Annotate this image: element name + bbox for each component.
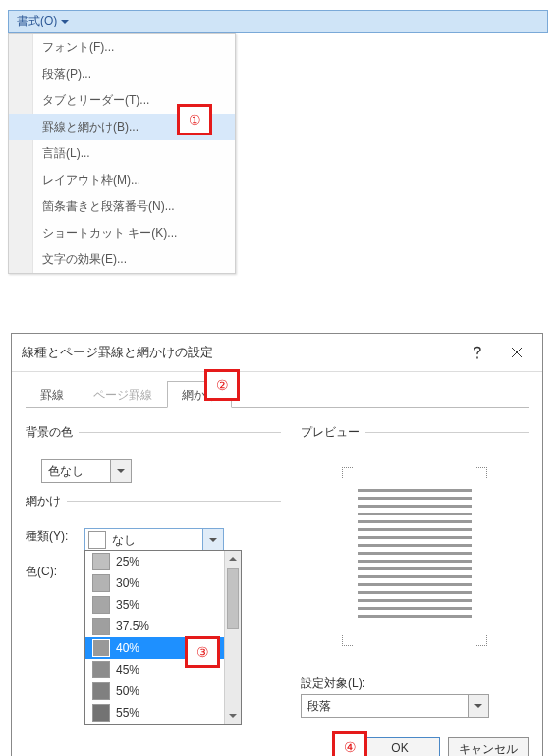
apply-to-label: 設定対象(L): <box>301 675 529 692</box>
format-menu-button[interactable]: 書式(O) <box>8 10 548 33</box>
chevron-down-icon <box>61 18 69 26</box>
swatch-icon <box>92 682 110 700</box>
pattern-option-label: 37.5% <box>116 620 149 633</box>
pattern-option-label: 35% <box>116 598 140 612</box>
shading-group-label: 網かけ <box>26 493 67 510</box>
scroll-down-button[interactable] <box>225 708 241 724</box>
swatch-icon <box>92 596 110 614</box>
apply-to-combo[interactable]: 段落 <box>301 694 489 718</box>
pattern-option-label: 40% <box>116 641 140 655</box>
menu-item-numbering[interactable]: 箇条書きと段落番号(N)... <box>9 193 235 220</box>
tab-borders[interactable]: 罫線 <box>26 381 79 408</box>
pattern-combo[interactable]: なし 25% 30% 35% 37.5% <box>84 528 224 552</box>
shading-preview <box>301 463 529 650</box>
dialog-tabs: 罫線 ページ罫線 網かけ <box>26 380 529 408</box>
pattern-option-label: 55% <box>116 706 140 720</box>
menu-item-frame[interactable]: レイアウト枠(M)... <box>9 167 235 193</box>
right-column: プレビュー 設定対象(L): 段落 <box>301 418 529 718</box>
pattern-option[interactable]: 37.5% <box>85 616 241 637</box>
borders-shading-dialog: 線種とページ罫線と網かけの設定 罫線 ページ罫線 網かけ ② 背景の色 <box>11 333 543 756</box>
menu-item-text-effects[interactable]: 文字の効果(E)... <box>9 246 235 273</box>
preview-corner-icon <box>476 635 487 646</box>
swatch-icon <box>92 553 110 570</box>
pattern-option[interactable]: 55% <box>85 702 241 724</box>
pattern-combo-head[interactable]: なし <box>84 528 224 552</box>
chevron-up-icon <box>229 555 237 563</box>
pattern-option[interactable]: 25% <box>85 551 241 572</box>
callout-3: ③ <box>185 636 220 668</box>
apply-to-value: 段落 <box>302 698 468 715</box>
dialog-body: 罫線 ページ罫線 網かけ ② 背景の色 色なし <box>12 372 542 731</box>
format-menu-panel: フォント(F)... 段落(P)... タブとリーダー(T)... 罫線と網かけ… <box>8 33 236 274</box>
callout-1: ① <box>177 104 212 135</box>
cancel-button[interactable]: キャンセル <box>448 737 529 756</box>
bg-color-dropdown-arrow[interactable] <box>110 460 131 482</box>
left-column: 背景の色 色なし 網かけ 種類(Y): <box>26 418 281 718</box>
help-icon <box>472 346 483 359</box>
swatch-icon <box>92 618 110 635</box>
chevron-down-icon <box>229 712 237 720</box>
scroll-thumb[interactable] <box>227 568 239 629</box>
close-icon <box>511 347 523 358</box>
bg-color-group-label: 背景の色 <box>26 424 79 441</box>
preview-corner-icon <box>342 635 353 646</box>
ok-button[interactable]: OK <box>360 737 440 756</box>
bg-color-value: 色なし <box>42 463 110 480</box>
callout-4: ④ <box>332 731 367 756</box>
color-label: 色(C): <box>26 564 79 580</box>
pattern-option[interactable]: 30% <box>85 572 241 594</box>
pattern-swatch-none <box>88 531 106 549</box>
swatch-icon <box>92 574 110 592</box>
menu-item-language[interactable]: 言語(L)... <box>9 140 235 167</box>
preview-corner-icon <box>342 467 353 478</box>
menu-item-paragraph[interactable]: 段落(P)... <box>9 61 235 87</box>
bg-color-combo[interactable]: 色なし <box>41 459 132 483</box>
dialog-button-bar: ④ OK キャンセル <box>12 731 542 756</box>
pattern-option[interactable]: 50% <box>85 680 241 702</box>
pattern-option[interactable]: 35% <box>85 594 241 616</box>
pattern-option-label: 50% <box>116 684 140 698</box>
apply-to-dropdown-arrow[interactable] <box>468 695 488 717</box>
menu-item-font[interactable]: フォント(F)... <box>9 34 235 61</box>
pattern-option-label: 30% <box>116 576 140 590</box>
close-button[interactable] <box>497 342 536 363</box>
callout-2: ② <box>204 369 240 401</box>
format-menu-area: 書式(O) フォント(F)... 段落(P)... タブとリーダー(T)... … <box>8 10 548 274</box>
dialog-titlebar: 線種とページ罫線と網かけの設定 <box>12 334 542 372</box>
help-button[interactable] <box>458 342 497 363</box>
format-menu-label: 書式(O) <box>17 13 57 29</box>
pattern-value: なし <box>106 532 202 549</box>
dialog-title: 線種とページ罫線と網かけの設定 <box>22 344 458 361</box>
tab-page-border[interactable]: ページ罫線 <box>79 381 167 408</box>
pattern-option-label: 25% <box>116 555 140 568</box>
chevron-down-icon <box>117 467 125 475</box>
preview-group-label: プレビュー <box>301 424 365 441</box>
pattern-list-scrollbar[interactable] <box>224 551 241 724</box>
pattern-dropdown-arrow[interactable] <box>202 529 223 551</box>
chevron-down-icon <box>209 536 217 544</box>
menu-item-shortcut[interactable]: ショートカット キー(K)... <box>9 220 235 246</box>
preview-lines-icon <box>358 489 472 622</box>
scroll-up-button[interactable] <box>225 551 241 567</box>
chevron-down-icon <box>474 702 482 710</box>
swatch-icon <box>92 661 110 678</box>
preview-corner-icon <box>476 467 487 478</box>
pattern-label: 種類(Y): <box>26 528 79 545</box>
swatch-icon <box>92 639 110 657</box>
swatch-icon <box>92 704 110 722</box>
pattern-option-label: 45% <box>116 663 140 676</box>
